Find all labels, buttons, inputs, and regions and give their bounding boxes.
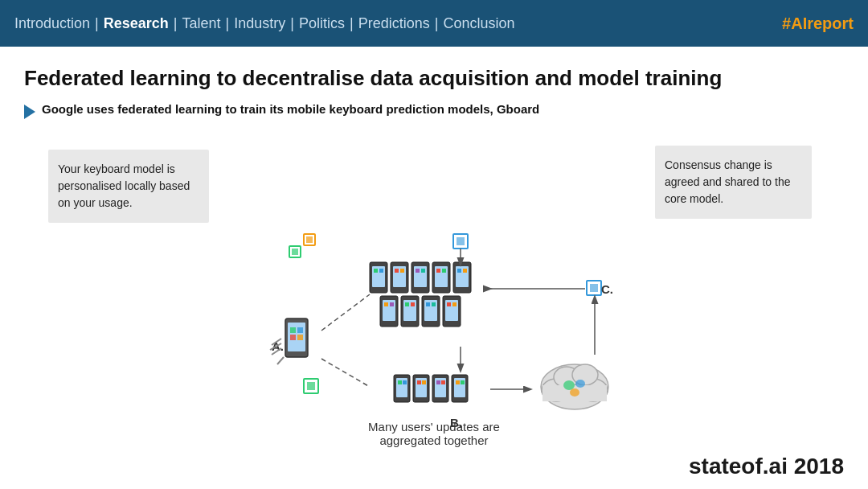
svg-rect-62 [436,380,440,384]
nav-politics[interactable]: Politics [299,15,345,32]
navbar: Introduction | Research | Talent | Indus… [0,0,868,47]
nav-hashtag: #AIreport [782,14,854,33]
svg-rect-63 [441,380,445,384]
nav-conclusion[interactable]: Conclusion [443,15,514,32]
svg-rect-23 [421,269,425,273]
svg-rect-31 [463,269,467,273]
triangle-icon [24,105,35,119]
svg-line-10 [321,294,370,331]
svg-rect-7 [297,327,303,333]
svg-rect-85 [292,249,298,255]
label-c: C. [601,282,613,296]
svg-rect-66 [456,380,460,384]
svg-rect-18 [395,269,399,273]
svg-rect-15 [379,269,383,273]
svg-rect-46 [447,302,451,306]
svg-rect-34 [384,302,388,306]
nav-industry[interactable]: Industry [234,15,285,32]
diagram-area: Your keyboard model is personalised loca… [24,134,844,447]
svg-rect-6 [290,327,296,333]
caption-line2: aggregated together [368,434,500,447]
svg-rect-59 [422,380,426,384]
main-content: Federated learning to decentralise data … [0,47,868,455]
svg-rect-26 [436,269,440,273]
caption-line1: Many users' updates are [368,420,500,434]
sub-heading-text: Google uses federated learning to train … [42,102,539,116]
svg-rect-14 [374,269,378,273]
svg-rect-30 [457,269,461,273]
svg-rect-49 [457,237,465,245]
svg-point-77 [570,388,579,397]
svg-rect-22 [416,269,420,273]
svg-rect-79 [590,284,598,292]
svg-rect-47 [452,302,457,306]
footer: stateof.ai 2018 [689,454,844,479]
page-title: Federated learning to decentralise data … [24,66,844,91]
svg-rect-55 [403,380,407,384]
svg-rect-9 [297,335,303,340]
nav-links: Introduction | Research | Talent | Indus… [14,15,514,32]
diagram-svg: A. [24,134,844,447]
svg-rect-43 [432,302,436,306]
bottom-caption: Many users' updates are aggregated toget… [368,420,500,447]
svg-rect-39 [411,302,415,306]
svg-rect-38 [405,302,409,306]
nav-research[interactable]: Research [104,15,169,32]
svg-rect-58 [417,380,421,384]
svg-rect-87 [306,236,313,243]
svg-rect-42 [426,302,430,306]
svg-rect-8 [290,335,296,340]
nav-talent[interactable]: Talent [182,15,221,32]
sub-heading: Google uses federated learning to train … [24,102,844,119]
svg-rect-27 [442,269,446,273]
svg-point-76 [575,380,585,388]
nav-predictions[interactable]: Predictions [358,15,430,32]
svg-line-11 [321,359,370,387]
nav-introduction[interactable]: Introduction [14,15,90,32]
svg-rect-35 [390,302,394,306]
svg-rect-82 [307,382,315,390]
svg-rect-67 [461,380,465,384]
svg-rect-19 [400,269,404,273]
svg-point-75 [563,380,575,390]
svg-line-5 [277,357,284,364]
svg-rect-54 [398,380,402,384]
